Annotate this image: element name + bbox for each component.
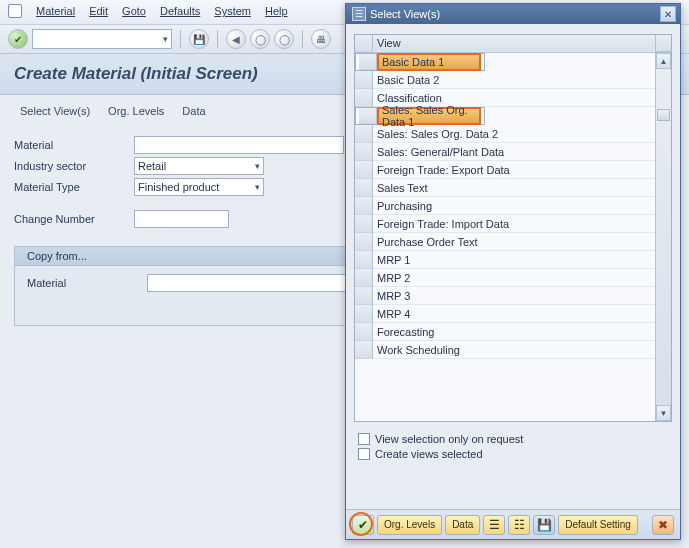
deselect-all-button[interactable]: ☷ — [508, 515, 530, 535]
menu-help[interactable]: Help — [265, 5, 288, 17]
list-item-label: Forecasting — [373, 323, 655, 341]
copy-material-input[interactable] — [147, 274, 357, 292]
list-item[interactable]: Purchase Order Text — [355, 233, 655, 251]
list-item-label: Foreign Trade: Export Data — [373, 161, 655, 179]
list-item[interactable]: Foreign Trade: Import Data — [355, 215, 655, 233]
back-icon[interactable]: ◀ — [226, 29, 246, 49]
command-field[interactable]: ▾ — [32, 29, 172, 49]
row-select-handle[interactable] — [355, 341, 373, 359]
menu-system[interactable]: System — [214, 5, 251, 17]
menu-goto[interactable]: Goto — [122, 5, 146, 17]
row-select-handle[interactable] — [355, 143, 373, 161]
list-item[interactable]: MRP 1 — [355, 251, 655, 269]
list-item-label: Basic Data 1 — [377, 53, 481, 71]
list-item[interactable]: MRP 3 — [355, 287, 655, 305]
list-item[interactable]: Purchasing — [355, 197, 655, 215]
industry-value: Retail — [138, 160, 166, 172]
row-select-handle[interactable] — [355, 287, 373, 305]
scroll-down-icon[interactable]: ▼ — [656, 405, 671, 421]
list-item-label: Sales: General/Plant Data — [373, 143, 655, 161]
list-item-label: MRP 4 — [373, 305, 655, 323]
checkbox-icon — [358, 433, 370, 445]
data-button[interactable]: Data — [445, 515, 480, 535]
change-number-input[interactable] — [134, 210, 229, 228]
scroll-thumb[interactable] — [657, 109, 670, 121]
industry-label: Industry sector — [14, 160, 134, 172]
row-select-handle[interactable] — [355, 125, 373, 143]
list-item-label: Basic Data 2 — [373, 71, 655, 89]
row-select-handle[interactable] — [355, 179, 373, 197]
dialog-titlebar: ☰ Select View(s) ✕ — [346, 4, 680, 24]
list-item-label: Foreign Trade: Import Data — [373, 215, 655, 233]
list-item-label: Work Scheduling — [373, 341, 655, 359]
list-item[interactable]: Basic Data 2 — [355, 71, 655, 89]
list-item[interactable]: Basic Data 1 — [355, 53, 485, 71]
list-item[interactable]: Work Scheduling — [355, 341, 655, 359]
row-select-handle[interactable] — [355, 215, 373, 233]
cancel-button[interactable]: ✖ — [652, 515, 674, 535]
material-type-select[interactable]: Finished product ▾ — [134, 178, 264, 196]
cancel-icon[interactable]: ◯ — [274, 29, 294, 49]
default-setting-button[interactable]: Default Setting — [558, 515, 638, 535]
list-item-label: Sales: Sales Org. Data 2 — [373, 125, 655, 143]
list-item[interactable]: MRP 2 — [355, 269, 655, 287]
row-select-handle[interactable] — [359, 54, 377, 70]
list-item[interactable]: MRP 4 — [355, 305, 655, 323]
list-item-label: Purchase Order Text — [373, 233, 655, 251]
select-views-dialog: ☰ Select View(s) ✕ View Basic Data 1Basi… — [345, 3, 681, 540]
options-area: View selection only on request Create vi… — [346, 426, 680, 468]
list-item[interactable]: Sales: Sales Org. Data 2 — [355, 125, 655, 143]
material-type-label: Material Type — [14, 181, 134, 193]
checkbox-label: View selection only on request — [375, 433, 523, 445]
print-icon[interactable]: 🖶 — [311, 29, 331, 49]
list-item[interactable]: Forecasting — [355, 323, 655, 341]
industry-select[interactable]: Retail ▾ — [134, 157, 264, 175]
subtab-org-levels[interactable]: Org. Levels — [108, 105, 164, 117]
row-select-handle[interactable] — [359, 108, 377, 124]
row-select-handle[interactable] — [355, 251, 373, 269]
menu-material[interactable]: Material — [36, 5, 75, 17]
dialog-footer: ✔ Org. Levels Data ☰ ☷ 💾 Default Setting… — [346, 509, 680, 539]
list-item-label: Sales: Sales Org. Data 1 — [377, 107, 481, 125]
row-select-handle[interactable] — [355, 269, 373, 287]
row-select-handle[interactable] — [355, 305, 373, 323]
dialog-icon: ☰ — [352, 7, 366, 21]
scroll-up-icon[interactable]: ▲ — [656, 53, 671, 69]
select-column-header[interactable] — [355, 35, 373, 52]
list-item-label: MRP 2 — [373, 269, 655, 287]
subtab-select-views[interactable]: Select View(s) — [20, 105, 90, 117]
row-select-handle[interactable] — [355, 197, 373, 215]
row-select-handle[interactable] — [355, 323, 373, 341]
app-icon — [8, 4, 22, 18]
close-icon[interactable]: ✕ — [660, 6, 676, 22]
create-views-selected-checkbox[interactable]: Create views selected — [358, 448, 668, 460]
list-item[interactable]: Foreign Trade: Export Data — [355, 161, 655, 179]
list-item[interactable]: Sales Text — [355, 179, 655, 197]
scroll-header — [655, 35, 671, 52]
row-select-handle[interactable] — [355, 71, 373, 89]
material-type-value: Finished product — [138, 181, 219, 193]
exit-icon[interactable]: ◯ — [250, 29, 270, 49]
list-item[interactable]: Sales: General/Plant Data — [355, 143, 655, 161]
view-selection-on-request-checkbox[interactable]: View selection only on request — [358, 433, 668, 445]
chevron-down-icon: ▾ — [255, 161, 260, 171]
divider — [217, 30, 218, 48]
subtab-data[interactable]: Data — [182, 105, 205, 117]
row-select-handle[interactable] — [355, 161, 373, 179]
row-select-handle[interactable] — [355, 89, 373, 107]
select-all-button[interactable]: ☰ — [483, 515, 505, 535]
material-input[interactable] — [134, 136, 344, 154]
divider — [302, 30, 303, 48]
save-icon[interactable]: 💾 — [189, 29, 209, 49]
material-label: Material — [14, 139, 134, 151]
enter-icon[interactable]: ✔ — [8, 29, 28, 49]
view-list: View Basic Data 1Basic Data 2Classificat… — [354, 34, 672, 422]
menu-edit[interactable]: Edit — [89, 5, 108, 17]
continue-button[interactable]: ✔ — [352, 515, 374, 535]
list-item-label: Sales Text — [373, 179, 655, 197]
org-levels-button[interactable]: Org. Levels — [377, 515, 442, 535]
menu-defaults[interactable]: Defaults — [160, 5, 200, 17]
save-default-icon[interactable]: 💾 — [533, 515, 555, 535]
list-item[interactable]: Sales: Sales Org. Data 1 — [355, 107, 485, 125]
row-select-handle[interactable] — [355, 233, 373, 251]
